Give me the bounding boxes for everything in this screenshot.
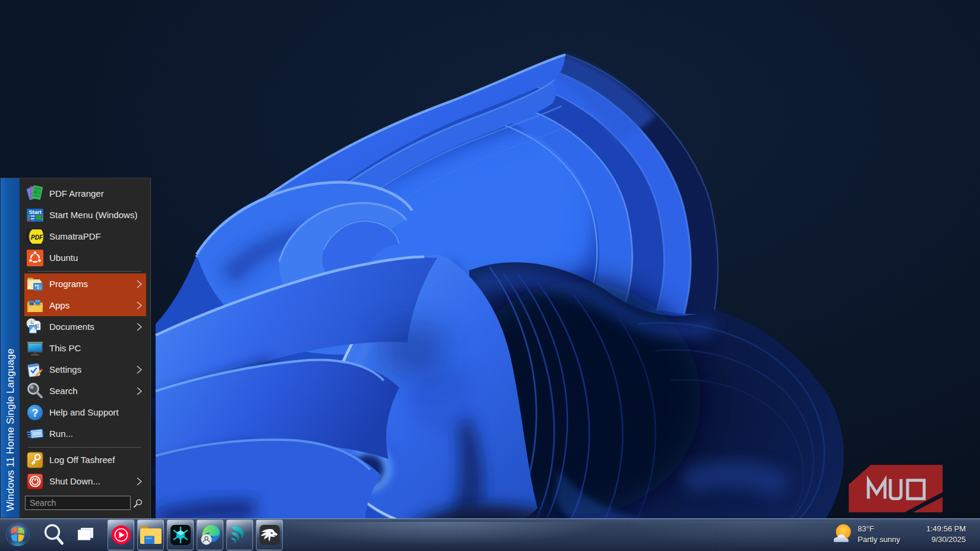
- svg-text:Windows 11 Home Single Languag: Windows 11 Home Single Language: [5, 348, 16, 511]
- svg-text:Start: Start: [29, 209, 42, 215]
- svg-text:?: ?: [32, 407, 39, 419]
- svg-text:PDF: PDF: [31, 234, 43, 241]
